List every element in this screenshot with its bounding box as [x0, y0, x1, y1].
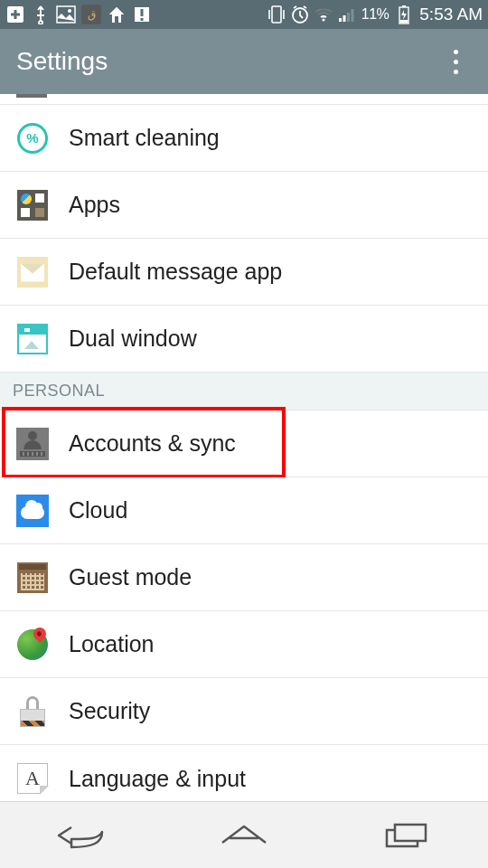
location-icon [16, 628, 49, 661]
row-label: Location [69, 631, 155, 657]
row-language-input[interactable]: A Language & input [0, 745, 488, 801]
overflow-menu-button[interactable] [439, 40, 472, 83]
row-label: Default message app [69, 259, 282, 285]
svg-point-10 [322, 19, 324, 22]
home-button[interactable] [203, 813, 285, 858]
status-left: ق [5, 5, 267, 24]
svg-rect-6 [141, 9, 144, 16]
page-title: Settings [16, 47, 439, 76]
svg-rect-4 [115, 16, 118, 23]
status-clock: 5:53 AM [419, 5, 483, 24]
row-apps[interactable]: Apps [0, 172, 488, 239]
svg-rect-12 [343, 15, 345, 22]
row-label: Guest mode [69, 564, 192, 590]
smart-cleaning-icon: % [16, 122, 49, 155]
row-label: Security [69, 698, 150, 724]
row-location[interactable]: Location [0, 611, 488, 678]
svg-rect-16 [402, 5, 406, 7]
status-bar: ق 11% 5:53 AM [0, 0, 488, 29]
cloud-icon [16, 495, 49, 527]
svg-rect-19 [395, 825, 426, 841]
guest-mode-icon [16, 561, 49, 594]
vibrate-icon [267, 5, 286, 24]
settings-list[interactable]: % Smart cleaning Apps Default message ap… [0, 94, 488, 801]
language-input-icon: A [16, 762, 49, 795]
row-label: Accounts & sync [69, 430, 236, 457]
row-label: Smart cleaning [69, 125, 220, 151]
wifi-icon [314, 5, 333, 24]
svg-rect-14 [351, 9, 353, 22]
security-icon [16, 695, 49, 728]
row-guest-mode[interactable]: Guest mode [0, 544, 488, 611]
row-cloud[interactable]: Cloud [0, 477, 488, 544]
home-icon [107, 5, 127, 24]
alarm-icon [290, 5, 310, 24]
row-label: Cloud [69, 497, 127, 524]
svg-point-2 [68, 9, 71, 13]
add-notification-icon [5, 5, 25, 24]
svg-rect-7 [141, 18, 144, 21]
row-label: Dual window [69, 326, 197, 352]
alert-icon [132, 5, 152, 24]
row-label: Apps [69, 192, 120, 218]
usb-icon [31, 5, 51, 24]
svg-rect-8 [272, 6, 281, 23]
partial-prev-row[interactable] [0, 94, 488, 105]
battery-percent: 11% [361, 6, 389, 23]
row-default-message-app[interactable]: Default message app [0, 239, 488, 306]
row-label: Language & input [69, 766, 246, 792]
row-dual-window[interactable]: Dual window [0, 306, 488, 373]
row-security[interactable]: Security [0, 678, 488, 745]
picture-icon [56, 5, 76, 24]
row-accounts-sync[interactable]: Accounts & sync [0, 410, 488, 477]
svg-rect-11 [339, 18, 342, 22]
dual-window-icon [16, 323, 49, 355]
battery-charging-icon [394, 5, 414, 24]
accounts-sync-icon [16, 428, 49, 460]
app-notification-icon: ق [81, 5, 101, 24]
message-app-icon [16, 256, 49, 288]
back-button[interactable] [41, 813, 122, 858]
recent-apps-button[interactable] [366, 813, 447, 858]
svg-rect-13 [347, 13, 350, 22]
navigation-bar [0, 801, 488, 868]
row-smart-cleaning[interactable]: % Smart cleaning [0, 105, 488, 172]
apps-icon [16, 189, 49, 222]
screen: ق 11% 5:53 AM [0, 0, 488, 868]
app-bar: Settings [0, 29, 488, 94]
svg-rect-17 [400, 20, 408, 23]
section-personal: PERSONAL [0, 373, 488, 410]
status-right: 11% 5:53 AM [267, 5, 483, 24]
signal-icon [337, 5, 357, 24]
